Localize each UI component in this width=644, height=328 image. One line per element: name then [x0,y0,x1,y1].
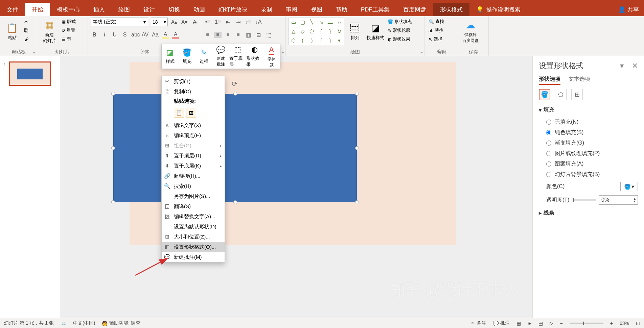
radio-slidebg-fill[interactable]: 幻灯片背景填充(B) [539,169,638,180]
tab-template[interactable]: 模板中心 [50,3,87,16]
panel-dropdown-icon[interactable]: ▾ [620,61,624,70]
panel-fill-icon[interactable]: 🪣 [539,89,550,100]
ctx-send-back[interactable]: ⬇置于底层(K)▸ [162,161,225,171]
fit-window-button[interactable]: ⊡ [636,321,640,326]
zoom-level[interactable]: 63% [620,321,629,326]
drawing-launcher[interactable]: ⌐ [421,50,423,54]
smartart-button[interactable]: ⬚ [265,32,272,38]
share-button[interactable]: 👤 共享 [618,3,639,16]
section-button[interactable]: ☰节 [60,35,77,43]
save-baidu-button[interactable]: ☁ 保存到 百度网盘 [461,18,480,45]
tab-home[interactable]: 开始 [25,3,50,16]
panel-effects-icon[interactable]: ⬠ [555,89,567,100]
shapes-gallery[interactable]: ▭▢╲↘▬○ △◇⬠{}↻ ⬡(){}▾ [289,18,344,45]
copy-button[interactable]: ⿻ [23,26,30,34]
justify-button[interactable]: ≡ [234,32,242,38]
ctx-bring-front[interactable]: ⬆置于顶层(R)▸ [162,151,225,161]
new-slide-button[interactable]: ▦ 新建 幻灯片 [40,18,59,45]
ctx-size-pos[interactable]: ⊞大小和位置(Z)... [162,232,225,242]
ctx-cut[interactable]: ✂剪切(T) [162,76,225,86]
align-center-button[interactable]: ≡ [214,32,222,38]
tab-transition[interactable]: 切换 [162,3,187,16]
columns-button[interactable]: ▥ [245,32,252,38]
underline-button[interactable]: U [111,32,118,38]
arrange-button[interactable]: ⿳排列 [346,18,365,45]
tab-review[interactable]: 审阅 [279,3,304,16]
font-color-button[interactable]: A [172,31,179,39]
shape-fill-button[interactable]: 🪣形状填充 [386,18,413,26]
slideshow-view-button[interactable]: ▷ [550,321,553,326]
tab-insert[interactable]: 插入 [87,3,112,16]
text-direction-button[interactable]: ↓A [255,19,262,25]
strike-button[interactable]: S [121,32,129,38]
mini-sendback-button[interactable]: ⬚置于底层 [229,44,246,69]
cut-button[interactable]: ✂ [23,18,30,26]
tab-view[interactable]: 视图 [304,3,329,16]
mini-comment-button[interactable]: 💬新建 批注 [212,44,229,69]
ctx-format-shape[interactable]: ◧设置形状格式(O)... [162,242,225,252]
ctx-copy[interactable]: ⿻复制(C) [162,86,225,97]
panel-size-icon[interactable]: ⊞ [571,89,583,100]
mini-style-button[interactable]: ◪样式 [162,44,179,69]
indent-dec-button[interactable]: ⇤ [224,19,232,25]
line-section-toggle[interactable]: ▸线条 [539,209,638,217]
align-left-button[interactable]: ≡ [204,32,211,38]
shape-effects-button[interactable]: ◐形状效果 [386,35,413,43]
ctx-save-as-pic[interactable]: 另存为图片(S)... [162,191,225,201]
accessibility-button[interactable]: 🧑辅助功能: 调查 [102,320,140,326]
paste-option-1[interactable]: 📋 [174,108,184,118]
paste-option-2[interactable]: 🖼 [186,108,196,118]
ctx-edit-text[interactable]: A编辑文字(X) [162,120,225,130]
ctx-edit-points[interactable]: ⟐编辑顶点(E) [162,130,225,141]
resize-handle-r[interactable] [355,146,359,150]
tab-pdf[interactable]: PDF工具集 [354,3,396,16]
notes-button[interactable]: ≐备注 [471,320,486,326]
indent-inc-button[interactable]: ⇥ [234,19,242,25]
tab-record[interactable]: 录制 [254,3,279,16]
italic-button[interactable]: I [101,32,108,38]
color-picker-button[interactable]: 🪣▾ [620,182,638,191]
resize-handle-t[interactable] [233,92,237,96]
transparency-slider[interactable] [573,199,596,201]
quick-styles-button[interactable]: ◪快速样式 [366,18,385,45]
radio-solid-fill[interactable]: 纯色填充(S) [539,127,638,138]
ctx-set-default[interactable]: 设置为默认形状(D) [162,222,225,232]
zoom-in-button[interactable]: + [610,321,613,326]
tab-slideshow[interactable]: 幻灯片放映 [212,3,254,16]
ctx-search[interactable]: 🔍搜索(H) [162,181,225,191]
tab-shape-format[interactable]: 形状格式 [433,3,469,16]
font-size-selector[interactable]: 18▾ [151,18,168,26]
radio-no-fill[interactable]: 无填充(N) [539,117,638,127]
panel-close-icon[interactable]: ✕ [632,61,638,70]
resize-handle-tl[interactable] [111,92,115,96]
selected-shape[interactable]: ⟳ [113,94,357,202]
align-right-button[interactable]: ≡ [224,32,232,38]
ctx-translate[interactable]: 🈂翻译(S) [162,201,225,211]
resize-handle-br[interactable] [355,200,359,204]
reading-view-button[interactable]: ▤ [538,321,543,326]
tab-baidu[interactable]: 百度网盘 [396,3,433,16]
para-launcher[interactable]: ⌐ [282,50,284,54]
ctx-hyperlink[interactable]: 🔗超链接(H)... [162,171,225,181]
layout-button[interactable]: ▦版式 [60,18,77,26]
tab-help[interactable]: 帮助 [329,3,354,16]
mini-fill-button[interactable]: 🪣填充 [179,44,196,69]
numbering-button[interactable]: 1≡ [214,19,222,25]
paste-button[interactable]: 📋 粘贴 [3,18,22,45]
tab-file[interactable]: 文件 [0,3,25,16]
tab-draw[interactable]: 绘图 [112,3,137,16]
clipboard-launcher[interactable]: ⌐ [33,50,36,54]
normal-view-button[interactable]: ▦ [516,321,521,326]
panel-tab-shape[interactable]: 形状选项 [539,76,560,85]
case-button[interactable]: Aa [152,32,159,38]
radio-pattern-fill[interactable]: 图案填充(A) [539,159,638,169]
format-painter-button[interactable]: 🖌 [23,35,30,43]
resize-handle-tr[interactable] [355,92,359,96]
reset-button[interactable]: ↺重置 [60,26,77,34]
shrink-font-button[interactable]: A▾ [181,19,188,25]
shape-outline-button[interactable]: ✎形状轮廓 [386,26,413,34]
tell-me-search[interactable]: 💡 操作说明搜索 [476,3,521,16]
spellcheck-indicator[interactable]: 📖 [61,321,66,326]
radio-picture-fill[interactable]: 图片或纹理填充(P) [539,148,638,159]
select-button[interactable]: ↖选择 [427,35,444,43]
